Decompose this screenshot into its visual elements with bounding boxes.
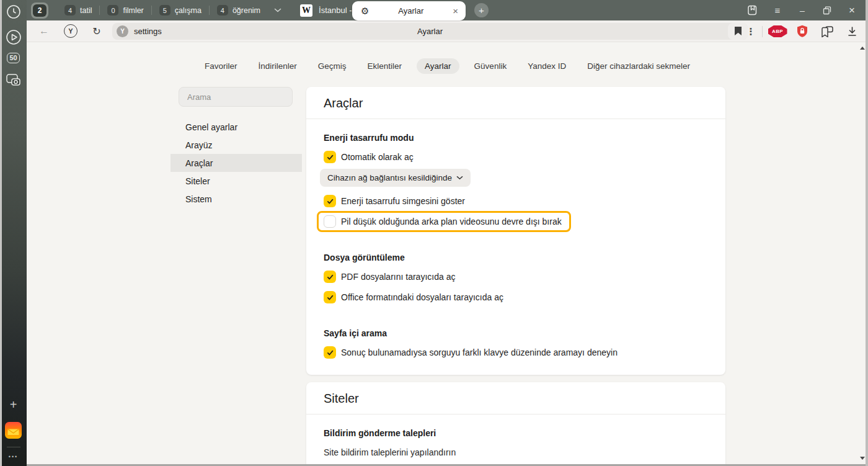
bookmarks-panel-icon[interactable] xyxy=(740,0,765,20)
rail-more-button[interactable]: ••• xyxy=(0,451,27,462)
nav-guvenlik[interactable]: Güvenlik xyxy=(468,58,513,74)
overflow-menu-icon[interactable]: ⋮ xyxy=(742,26,760,37)
new-tab-button[interactable]: + xyxy=(474,3,489,17)
download-icon[interactable] xyxy=(839,20,864,42)
nav-yandex-id[interactable]: Yandex ID xyxy=(521,58,572,74)
address-toolbar: ← Y ↻ Y settings Ayarlar ⋮ ABP xyxy=(27,20,868,42)
checkbox-row-battery-video[interactable]: Pil düşük olduğunda arka plan videosunu … xyxy=(324,215,562,228)
tools-card: Araçlar Enerji tasarrufu modu Otomatik o… xyxy=(306,87,725,375)
card-title: Siteler xyxy=(324,392,708,406)
checkbox-row-keyboard-layout[interactable]: Sonuç bulunamadıysa sorguyu farklı klavy… xyxy=(324,346,618,359)
section-heading: Enerji tasarrufu modu xyxy=(324,133,708,143)
checkbox-checked-icon[interactable] xyxy=(324,151,336,163)
nav-favoriler[interactable]: Favoriler xyxy=(198,58,244,74)
history-clock-icon[interactable] xyxy=(0,3,27,20)
checkbox-checked-icon[interactable] xyxy=(324,346,336,359)
url-text: settings xyxy=(134,27,162,36)
nav-diger-cihazlar[interactable]: Diğer cihazlardaki sekmeler xyxy=(581,58,696,74)
tools-card-header: Araçlar xyxy=(306,87,725,119)
scrollbar-down-arrow[interactable] xyxy=(860,457,865,460)
settings-search-input[interactable] xyxy=(179,87,293,107)
rail-divider xyxy=(7,447,20,447)
tab-group-active[interactable]: 2 xyxy=(31,2,48,19)
sites-card: Siteler Bildirim gönderme talepleri Site… xyxy=(306,382,725,466)
window-restore-icon[interactable] xyxy=(815,0,839,20)
group-count-badge: 4 xyxy=(217,5,228,16)
checkbox-label: PDF dosyalarını tarayıcıda aç xyxy=(341,272,455,282)
checkbox-label: Enerji tasarrufu simgesini göster xyxy=(341,196,465,206)
tab-close-icon[interactable]: × xyxy=(453,6,458,16)
group-label: öğrenim xyxy=(232,6,260,15)
nav-ayarlar-selected[interactable]: Ayarlar xyxy=(417,58,459,74)
group-count-badge: 0 xyxy=(107,5,118,16)
checkbox-checked-icon[interactable] xyxy=(324,195,336,207)
settings-top-nav: Favoriler İndirilenler Geçmiş Eklentiler… xyxy=(27,58,868,74)
tab-group-calisma[interactable]: 5 çalışma xyxy=(152,5,209,16)
sidebar-item-araclar-selected[interactable]: Araçlar xyxy=(170,154,302,172)
window-minimize-icon[interactable]: – xyxy=(790,0,815,20)
tab-bar: 2 4 tatil 0 filmler 5 çalışma 4 öğrenim … xyxy=(27,0,868,20)
tab-group-filmler[interactable]: 0 filmler xyxy=(100,5,151,16)
sidebar-item-siteler[interactable]: Siteler xyxy=(170,172,302,190)
back-arrow-icon[interactable]: ← xyxy=(35,25,53,37)
section-heading: Dosya görüntüleme xyxy=(324,253,708,262)
refresh-icon[interactable]: ↻ xyxy=(89,25,105,37)
menu-hamburger-icon[interactable]: ≡ xyxy=(765,0,790,20)
site-favicon-badge: Y xyxy=(117,25,128,37)
window-controls: ≡ – × xyxy=(740,0,864,20)
checkbox-row-auto-on[interactable]: Otomatik olarak aç xyxy=(324,151,414,163)
checkbox-row-office[interactable]: Office formatındaki dosyaları tarayıcıda… xyxy=(324,291,503,303)
protect-shield-lock-icon[interactable] xyxy=(790,20,815,42)
sidebar-item-sistem[interactable]: Sistem xyxy=(170,190,302,208)
sites-card-body: Bildirim gönderme talepleri Site bildiri… xyxy=(306,414,725,466)
rail-add-button[interactable]: + xyxy=(0,396,27,413)
wikipedia-favicon: W xyxy=(300,4,312,17)
group-label: filmler xyxy=(123,6,143,15)
checkbox-label: Pil düşük olduğunda arka plan videosunu … xyxy=(341,217,562,226)
checkbox-checked-icon[interactable] xyxy=(324,271,336,283)
abp-label: ABP xyxy=(768,25,787,37)
checkbox-unchecked-icon[interactable] xyxy=(324,215,336,228)
all-tabs-count-badge[interactable]: 50 xyxy=(0,47,27,63)
checkbox-row-pdf[interactable]: PDF dosyalarını tarayıcıda aç xyxy=(324,271,455,283)
page-title: Ayarlar xyxy=(112,27,748,36)
window-edge-left xyxy=(0,0,2,466)
group-count-badge: 4 xyxy=(64,5,76,16)
tab-group-active-count: 2 xyxy=(33,4,46,17)
nav-indirilenler[interactable]: İndirilenler xyxy=(252,58,303,74)
chevron-down-icon xyxy=(456,176,463,180)
scrollbar-up-arrow[interactable] xyxy=(860,47,865,50)
group-count-badge: 5 xyxy=(159,5,170,16)
checkbox-checked-icon[interactable] xyxy=(324,291,336,303)
checkbox-label: Office formatındaki dosyaları tarayıcıda… xyxy=(341,292,503,302)
card-title: Araçlar xyxy=(324,96,708,110)
section-heading: Bildirim gönderme talepleri xyxy=(324,428,708,438)
nav-gecmis[interactable]: Geçmiş xyxy=(312,58,353,74)
tab-groups-chevron-down-icon[interactable] xyxy=(274,8,281,12)
screenshot-camera-icon[interactable] xyxy=(0,71,27,88)
yandex-home-icon[interactable]: Y xyxy=(64,24,78,38)
section-heading: Sayfa içi arama xyxy=(324,328,708,338)
video-play-icon[interactable] xyxy=(0,28,27,47)
adblock-plus-icon[interactable]: ABP xyxy=(765,20,790,42)
tab-count-label: 50 xyxy=(7,53,19,63)
tab-title: Ayarlar xyxy=(369,6,453,16)
tab-group-tatil[interactable]: 4 tatil xyxy=(57,5,99,16)
energy-trigger-dropdown[interactable]: Cihazın ağ bağlantısı kesildiğinde xyxy=(320,169,471,187)
highlighted-setting-box: Pil düşük olduğunda arka plan videosunu … xyxy=(317,211,571,232)
sidebar-item-genel-ayarlar[interactable]: Genel ayarlar xyxy=(170,118,302,136)
collections-flag-icon[interactable] xyxy=(815,20,839,42)
tab-ayarlar-active[interactable]: ⚙ Ayarlar × xyxy=(352,1,466,20)
url-bar[interactable]: Y settings Ayarlar xyxy=(112,23,748,40)
settings-sidebar-list: Genel ayarlar Arayüz Araçlar Siteler Sis… xyxy=(170,118,302,208)
settings-cards: Araçlar Enerji tasarrufu modu Otomatik o… xyxy=(306,87,725,466)
group-label: tatil xyxy=(80,6,92,15)
tab-group-ogrenim[interactable]: 4 öğrenim xyxy=(210,5,268,16)
window-close-icon[interactable]: × xyxy=(839,0,864,20)
checkbox-label: Otomatik olarak aç xyxy=(341,152,414,162)
checkbox-row-show-icon[interactable]: Enerji tasarrufu simgesini göster xyxy=(324,195,465,207)
yandex-mail-icon[interactable] xyxy=(0,421,27,439)
nav-eklentiler[interactable]: Eklentiler xyxy=(361,58,409,74)
sidebar-item-arayuz[interactable]: Arayüz xyxy=(170,136,302,154)
group-label: çalışma xyxy=(175,6,202,15)
